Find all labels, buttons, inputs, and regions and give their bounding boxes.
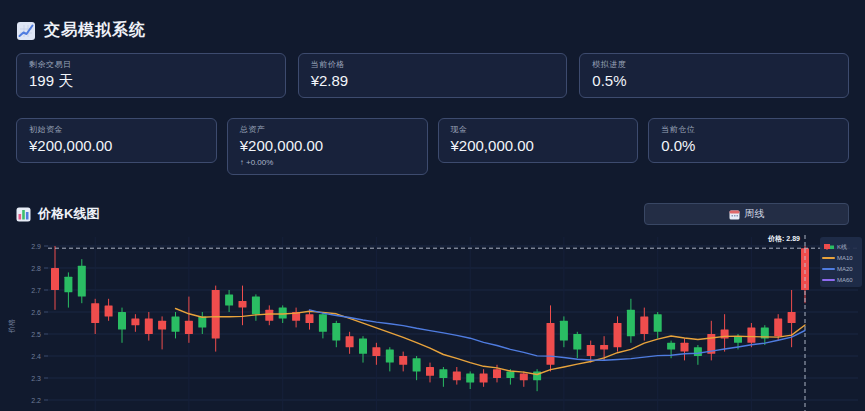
line-chart-icon <box>16 21 36 41</box>
chart-section-header: 价格K线图 周线 <box>16 203 849 225</box>
chart-title: 价格K线图 <box>38 205 99 223</box>
stat-label: 现金 <box>451 124 626 135</box>
current-price-label: 价格: 2.89 <box>767 235 800 243</box>
app-header: 交易模拟系统 <box>0 0 865 41</box>
bar-chart-icon <box>16 207 31 222</box>
stat-card-progress: 模拟进度 0.5% <box>579 53 849 98</box>
svg-text:K线: K线 <box>837 244 847 250</box>
stat-value: 0.5% <box>592 72 836 90</box>
stat-value: ¥200,000.00 <box>240 137 415 155</box>
stat-card-position: 当前仓位 0.0% <box>648 118 849 163</box>
kline-chart-container: 2.92.82.72.62.52.42.32.2价格价格: 2.89K线MA10… <box>0 231 865 411</box>
stat-value: ¥200,000.00 <box>29 137 204 155</box>
kline-chart[interactable]: 2.92.82.72.62.52.42.32.2价格价格: 2.89K线MA10… <box>0 231 865 411</box>
svg-text:MA60: MA60 <box>837 277 853 283</box>
svg-text:价格: 价格 <box>8 319 16 334</box>
stat-card-cash: 现金 ¥200,000.00 <box>438 118 639 163</box>
weekly-period-label: 周线 <box>745 207 765 221</box>
stat-value: 199 天 <box>29 72 273 90</box>
stat-label: 当前仓位 <box>661 124 836 135</box>
stat-label: 总资产 <box>240 124 415 135</box>
stat-card-current-price: 当前价格 ¥2.89 <box>298 53 568 98</box>
stat-label: 初始资金 <box>29 124 204 135</box>
svg-text:2.6: 2.6 <box>31 309 41 316</box>
stat-card-remaining-days: 剩余交易日 199 天 <box>16 53 286 98</box>
chart-section-title: 价格K线图 <box>16 205 99 223</box>
svg-text:2.7: 2.7 <box>31 287 41 294</box>
svg-text:2.5: 2.5 <box>31 331 41 338</box>
svg-text:MA10: MA10 <box>837 255 853 261</box>
stat-card-initial-capital: 初始资金 ¥200,000.00 <box>16 118 217 163</box>
svg-text:2.2: 2.2 <box>31 397 41 404</box>
calendar-icon <box>729 209 740 220</box>
svg-text:2.9: 2.9 <box>31 243 41 250</box>
stats-row-1: 剩余交易日 199 天 当前价格 ¥2.89 模拟进度 0.5% <box>16 53 849 98</box>
svg-text:2.3: 2.3 <box>31 375 41 382</box>
chart-legend: K线MA10MA20MA60 <box>820 237 862 287</box>
assets-change-badge: ↑ +0.00% <box>240 158 415 167</box>
svg-text:2.8: 2.8 <box>31 265 41 272</box>
stat-label: 模拟进度 <box>592 59 836 70</box>
stat-label: 当前价格 <box>311 59 555 70</box>
svg-text:2.4: 2.4 <box>31 353 41 360</box>
svg-text:MA20: MA20 <box>837 266 853 272</box>
stat-label: 剩余交易日 <box>29 59 273 70</box>
stats-row-2: 初始资金 ¥200,000.00 总资产 ¥200,000.00 ↑ +0.00… <box>16 118 849 175</box>
page-title: 交易模拟系统 <box>44 20 146 41</box>
weekly-period-button[interactable]: 周线 <box>644 203 849 225</box>
stat-card-total-assets: 总资产 ¥200,000.00 ↑ +0.00% <box>227 118 428 175</box>
stat-value: ¥200,000.00 <box>451 137 626 155</box>
stat-value: 0.0% <box>661 137 836 155</box>
stat-value: ¥2.89 <box>311 72 555 90</box>
